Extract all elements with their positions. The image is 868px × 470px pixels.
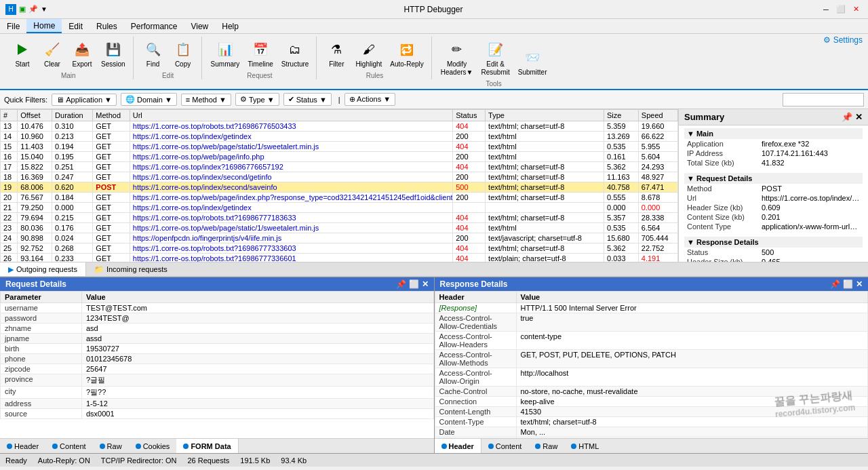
req-tab-header[interactable]: Header bbox=[0, 439, 45, 453]
table-row[interactable]: 14 10.960 0.213 GET https://1.corre-os.t… bbox=[1, 132, 678, 142]
cell-url[interactable]: https://1.corre-os.top/index/second/geti… bbox=[130, 172, 452, 182]
request-details-controls[interactable]: 📌 ⬜ ✕ bbox=[396, 279, 429, 289]
resp-expand-icon[interactable]: ⬜ bbox=[843, 279, 853, 289]
req-tab-form-data[interactable]: FORM Data bbox=[176, 439, 238, 453]
response-details-controls[interactable]: 📌 ⬜ ✕ bbox=[830, 279, 863, 289]
session-button[interactable]: 💾 Session bbox=[98, 37, 129, 71]
filter-application[interactable]: 🖥 Application ▼ bbox=[52, 94, 117, 106]
maximize-button[interactable]: ⬜ bbox=[834, 3, 848, 16]
requests-table-container[interactable]: # Offset Duration Method Url Status Type… bbox=[0, 109, 678, 262]
url-link[interactable]: https://1.corre-os.top/robots.txt?169867… bbox=[133, 122, 296, 130]
cell-url[interactable]: https://1.corre-os.top/robots.txt?169867… bbox=[130, 121, 452, 132]
filter-method[interactable]: ≡ Method ▼ bbox=[181, 94, 231, 106]
filter-button[interactable]: ⚗ Filter bbox=[322, 37, 351, 71]
req-tab-content[interactable]: Content bbox=[45, 439, 93, 453]
cell-url[interactable]: https://1.corre-os.top/robots.txt?169867… bbox=[130, 243, 452, 254]
summary-button[interactable]: 📊 Summary bbox=[208, 37, 243, 71]
resp-tab-raw[interactable]: Raw bbox=[528, 439, 564, 453]
menu-help[interactable]: Help bbox=[215, 19, 245, 33]
cell-url[interactable]: https://1.corre-os.top/robots.txt?169867… bbox=[130, 213, 452, 223]
tab-incoming[interactable]: 📁 Incoming requests bbox=[86, 262, 176, 276]
window-controls[interactable]: ─ ⬜ ✕ bbox=[819, 3, 863, 16]
cell-url[interactable]: https://1.corre-os.top/web/page/index.ph… bbox=[130, 193, 452, 203]
url-link[interactable]: https://1.corre-os.top/web/page/info.php bbox=[133, 153, 264, 161]
url-link[interactable]: https://1.corre-os.top/index/getindex bbox=[133, 132, 252, 140]
table-row[interactable]: 13 10.476 0.310 GET https://1.corre-os.t… bbox=[1, 121, 678, 132]
auto-reply-button[interactable]: 🔁 Auto-Reply bbox=[387, 37, 427, 71]
close-button[interactable]: ✕ bbox=[849, 3, 863, 16]
menu-edit[interactable]: Edit bbox=[62, 19, 90, 33]
filter-status[interactable]: ✔ Status ▼ bbox=[283, 93, 332, 106]
clear-button[interactable]: 🧹 Clear bbox=[38, 37, 66, 71]
filter-domain[interactable]: 🌐 Domain ▼ bbox=[121, 93, 177, 106]
url-link[interactable]: https://1.corre-os.top/web/page/static/1… bbox=[133, 224, 319, 232]
search-input[interactable] bbox=[783, 93, 864, 106]
cell-url[interactable]: https://1.corre-os.top/web/page/static/1… bbox=[130, 142, 452, 152]
table-row[interactable]: 24 90.898 0.024 GET https://openfpcdn.io… bbox=[1, 233, 678, 243]
table-row[interactable]: 18 16.369 0.247 GET https://1.corre-os.t… bbox=[1, 172, 678, 182]
url-link[interactable]: https://1.corre-os.top/index?16986776657… bbox=[133, 163, 283, 171]
resp-tab-content[interactable]: Content bbox=[481, 439, 529, 453]
table-row[interactable]: 25 92.752 0.268 GET https://1.corre-os.t… bbox=[1, 243, 678, 254]
find-button[interactable]: 🔍 Find bbox=[139, 37, 167, 71]
cell-url[interactable]: https://1.corre-os.top/index/getindex bbox=[130, 203, 452, 213]
table-row[interactable]: 21 79.250 0.000 GET https://1.corre-os.t… bbox=[1, 203, 678, 213]
cell-url[interactable]: https://1.corre-os.top/web/page/static/1… bbox=[130, 223, 452, 233]
url-link[interactable]: https://openfpcdn.io/fingerprintjs/v4/ii… bbox=[133, 234, 282, 242]
table-row[interactable]: 20 76.567 0.184 GET https://1.corre-os.t… bbox=[1, 193, 678, 203]
rd-expand-icon[interactable]: ⬜ bbox=[409, 279, 419, 289]
resp-close-icon[interactable]: ✕ bbox=[856, 279, 863, 289]
rd-pin-icon[interactable]: 📌 bbox=[396, 279, 406, 289]
menu-performance[interactable]: Performance bbox=[124, 19, 184, 33]
export-button[interactable]: 📤 Export bbox=[68, 37, 96, 71]
menu-rules[interactable]: Rules bbox=[90, 19, 124, 33]
actions-button[interactable]: ⊕ Actions ▼ bbox=[344, 93, 395, 106]
table-row[interactable]: 26 93.164 0.233 GET https://1.corre-os.t… bbox=[1, 254, 678, 262]
modify-button[interactable]: ✏ ModifyHeaders▼ bbox=[437, 37, 477, 79]
resp-pin-icon[interactable]: 📌 bbox=[830, 279, 840, 289]
rd-close-icon[interactable]: ✕ bbox=[422, 279, 429, 289]
menu-view[interactable]: View bbox=[184, 19, 215, 33]
cell-url[interactable]: https://1.corre-os.top/index/second/save… bbox=[130, 182, 452, 193]
url-link[interactable]: https://1.corre-os.top/index/getindex bbox=[133, 203, 252, 212]
highlight-button[interactable]: 🖌 Highlight bbox=[352, 37, 385, 71]
timeline-button[interactable]: 📅 Timeline bbox=[244, 37, 276, 71]
url-link[interactable]: https://1.corre-os.top/index/second/geti… bbox=[133, 173, 272, 181]
start-button[interactable]: Start bbox=[8, 37, 37, 71]
copy-button[interactable]: 📋 Copy bbox=[169, 37, 197, 71]
menu-home[interactable]: Home bbox=[26, 19, 62, 33]
url-link[interactable]: https://1.corre-os.top/robots.txt?169867… bbox=[133, 244, 296, 252]
filter-type[interactable]: ⚙ Type ▼ bbox=[235, 93, 279, 106]
cell-url[interactable]: https://1.corre-os.top/index?16986776657… bbox=[130, 162, 452, 172]
cell-url[interactable]: https://1.corre-os.top/robots.txt?169867… bbox=[130, 254, 452, 262]
summary-pin-icon[interactable]: 📌 bbox=[842, 112, 852, 122]
table-row[interactable]: 15 11.403 0.194 GET https://1.corre-os.t… bbox=[1, 142, 678, 152]
resp-tab-header[interactable]: Header bbox=[435, 439, 481, 453]
url-link[interactable]: https://1.corre-os.top/web/page/static/1… bbox=[133, 142, 319, 151]
url-link[interactable]: https://1.corre-os.top/index/second/save… bbox=[133, 183, 277, 191]
summary-header-controls[interactable]: 📌 ✕ bbox=[842, 112, 863, 122]
minimize-button[interactable]: ─ bbox=[819, 3, 833, 16]
url-link[interactable]: https://1.corre-os.top/robots.txt?169867… bbox=[133, 254, 296, 262]
menu-file[interactable]: File bbox=[0, 19, 26, 33]
summary-main-title[interactable]: ▼ Main bbox=[684, 128, 863, 139]
summary-response-title[interactable]: ▼ Response Details bbox=[684, 237, 863, 248]
table-row[interactable]: 19 68.006 0.620 POST https://1.corre-os.… bbox=[1, 182, 678, 193]
edit-resubmit-button[interactable]: 📝 Edit &Resubmit bbox=[477, 37, 513, 79]
url-link[interactable]: https://1.corre-os.top/web/page/index.ph… bbox=[133, 193, 453, 201]
url-link[interactable]: https://1.corre-os.top/robots.txt?169867… bbox=[133, 214, 296, 222]
structure-button[interactable]: 🗂 Structure bbox=[278, 37, 313, 71]
table-row[interactable]: 23 80.036 0.176 GET https://1.corre-os.t… bbox=[1, 223, 678, 233]
summary-request-title[interactable]: ▼ Request Details bbox=[684, 173, 863, 184]
table-row[interactable]: 22 79.694 0.215 GET https://1.corre-os.t… bbox=[1, 213, 678, 223]
req-tab-cookies[interactable]: Cookies bbox=[129, 439, 177, 453]
settings-button[interactable]: ⚙ Settings bbox=[823, 35, 863, 45]
table-row[interactable]: 17 15.822 0.251 GET https://1.corre-os.t… bbox=[1, 162, 678, 172]
cell-url[interactable]: https://openfpcdn.io/fingerprintjs/v4/ii… bbox=[130, 233, 452, 243]
resp-tab-html[interactable]: HTML bbox=[564, 439, 606, 453]
tab-outgoing[interactable]: ▶ Outgoing requests bbox=[0, 262, 86, 276]
cell-url[interactable]: https://1.corre-os.top/web/page/info.php bbox=[130, 152, 452, 162]
req-tab-raw[interactable]: Raw bbox=[93, 439, 129, 453]
cell-url[interactable]: https://1.corre-os.top/index/getindex bbox=[130, 132, 452, 142]
summary-close-icon[interactable]: ✕ bbox=[855, 112, 863, 122]
